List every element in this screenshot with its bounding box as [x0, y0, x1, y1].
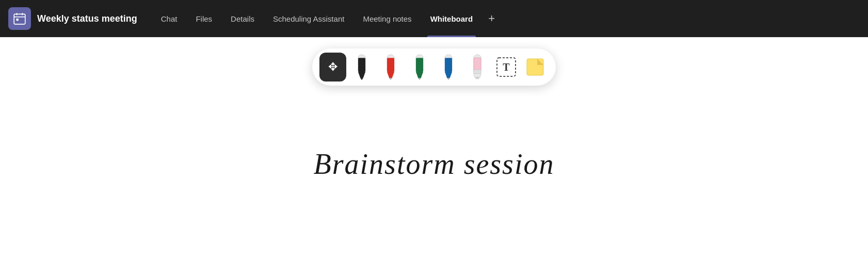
topbar: Weekly status meeting Chat Files Details… [0, 0, 868, 37]
svg-marker-19 [445, 72, 452, 78]
tab-whiteboard[interactable]: Whiteboard [421, 0, 483, 37]
meeting-title: Weekly status meeting [37, 13, 137, 24]
blue-pen-button[interactable] [435, 53, 462, 82]
nav-tabs: Chat Files Details Scheduling Assistant … [152, 0, 501, 37]
tab-meeting-notes[interactable]: Meeting notes [353, 0, 421, 37]
sticky-note-icon [526, 58, 544, 76]
svg-text:T: T [503, 61, 510, 73]
green-pen-button[interactable] [406, 53, 433, 82]
svg-marker-7 [358, 72, 365, 78]
drawing-toolbar: ✥ [312, 48, 556, 86]
red-pen-button[interactable] [377, 53, 404, 82]
svg-rect-6 [358, 58, 365, 72]
svg-marker-24 [474, 74, 481, 77]
black-pen-button[interactable] [348, 53, 375, 82]
svg-marker-20 [447, 78, 449, 80]
tab-scheduling-assistant[interactable]: Scheduling Assistant [264, 0, 353, 37]
svg-marker-11 [387, 72, 394, 78]
green-pen-icon [410, 54, 429, 80]
svg-rect-10 [387, 58, 394, 72]
blue-pen-icon [439, 54, 458, 80]
svg-marker-16 [418, 78, 421, 80]
svg-marker-15 [416, 72, 423, 78]
whiteboard-canvas[interactable]: ✥ [0, 37, 868, 277]
black-pen-icon [352, 54, 371, 80]
svg-marker-8 [360, 78, 363, 80]
sticky-note-button[interactable] [522, 53, 549, 82]
svg-rect-4 [17, 19, 19, 21]
svg-rect-14 [416, 58, 423, 72]
svg-marker-25 [475, 77, 480, 79]
svg-rect-28 [527, 59, 543, 75]
svg-rect-0 [14, 14, 25, 24]
canvas-title: Brainstorm session [314, 147, 555, 180]
tab-files[interactable]: Files [186, 0, 221, 37]
app-icon [8, 7, 31, 30]
add-tab-button[interactable]: + [482, 12, 501, 25]
tab-details[interactable]: Details [221, 0, 264, 37]
tab-chat[interactable]: Chat [152, 0, 187, 37]
text-tool-button[interactable]: T [493, 53, 520, 82]
eraser-button[interactable] [464, 53, 491, 82]
svg-rect-18 [445, 58, 452, 72]
eraser-icon [468, 54, 487, 80]
svg-marker-12 [389, 78, 392, 80]
move-tool-button[interactable]: ✥ [319, 53, 346, 82]
svg-rect-23 [474, 70, 481, 73]
red-pen-icon [381, 54, 400, 80]
teams-calendar-icon [13, 12, 26, 25]
move-icon: ✥ [328, 60, 337, 74]
text-icon: T [495, 56, 517, 78]
